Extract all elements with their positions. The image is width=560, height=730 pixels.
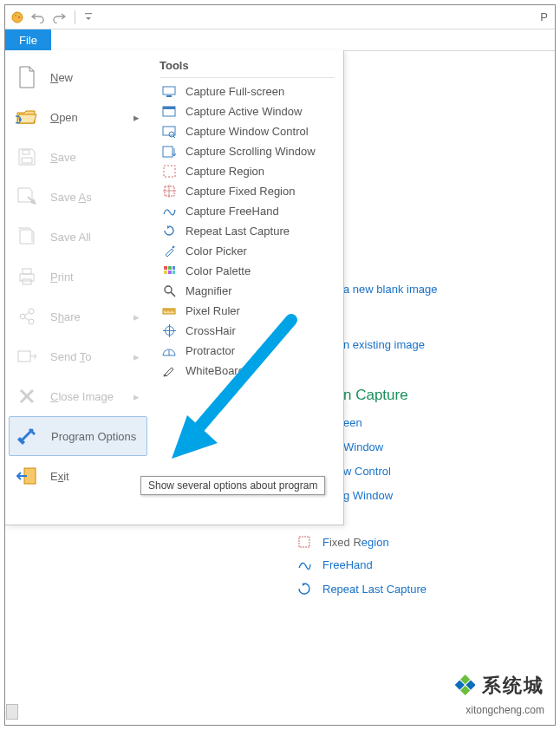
menu-item-save-all-label: Save All	[50, 231, 142, 244]
magnifier-icon	[161, 284, 177, 297]
tool-label: Capture Full-screen	[186, 85, 284, 98]
region-icon	[161, 165, 177, 178]
open-folder-icon	[16, 108, 38, 127]
menu-item-new[interactable]: New	[5, 57, 151, 97]
file-backstage-menu: New Open ▸ Save Save As	[5, 50, 344, 525]
window-icon	[161, 106, 177, 117]
tool-label: Magnifier	[186, 284, 231, 297]
menu-item-print: Print	[5, 257, 151, 297]
qat-customize-dropdown-icon[interactable]	[84, 11, 93, 23]
svg-rect-3	[85, 13, 92, 14]
scrolling-window-icon	[161, 146, 177, 158]
program-options-tooltip: Show several options about program	[140, 476, 325, 495]
svg-point-1	[15, 15, 16, 16]
menu-item-exit[interactable]: Exit	[5, 456, 151, 496]
tool-capture-freehand[interactable]: Capture FreeHand	[160, 201, 335, 221]
start-capture-fullscreen-fragment[interactable]: een	[343, 416, 362, 429]
brand-url: xitongcheng.com	[446, 704, 544, 716]
submenu-chevron-icon: ▸	[133, 390, 142, 403]
svg-rect-8	[23, 269, 31, 274]
print-icon	[16, 267, 38, 286]
svg-rect-26	[173, 266, 175, 270]
svg-rect-29	[173, 270, 175, 274]
palette-icon	[161, 265, 177, 277]
tool-label: Pixel Ruler	[186, 304, 240, 317]
protractor-icon	[161, 346, 177, 356]
tool-color-picker[interactable]: Color Picker	[160, 241, 335, 261]
submenu-chevron-icon: ▸	[133, 310, 142, 323]
tool-label: Capture FreeHand	[186, 205, 279, 218]
menu-item-send-to-label: Send To	[50, 350, 121, 363]
tool-crosshair[interactable]: CrossHair	[160, 321, 335, 341]
brand-logo-icon	[446, 675, 475, 704]
svg-rect-13	[18, 351, 30, 362]
tool-capture-active-window[interactable]: Capture Active Window	[160, 101, 335, 121]
svg-rect-7	[20, 274, 34, 281]
menu-item-exit-label: Exit	[50, 470, 142, 483]
tool-capture-region[interactable]: Capture Region	[160, 161, 335, 181]
svg-point-0	[12, 12, 23, 23]
menu-item-program-options-label: Program Options	[51, 430, 138, 443]
menu-item-save-label: Save	[50, 151, 142, 164]
redo-icon[interactable]	[52, 11, 66, 23]
tool-protractor[interactable]: Protractor	[160, 341, 335, 361]
brand-name: 系统城	[482, 675, 544, 696]
freehand-icon	[296, 559, 312, 571]
qat-separator	[75, 10, 75, 24]
ruler-icon	[161, 306, 177, 316]
menu-item-close-image: Close Image ▸	[5, 376, 151, 416]
start-capture-freehand-label: FreeHand	[322, 558, 373, 571]
start-repeat-last-capture[interactable]: Repeat Last Capture	[296, 582, 427, 596]
tool-capture-fixed-region[interactable]: Capture Fixed Region	[160, 181, 335, 201]
file-tab[interactable]: File	[5, 29, 51, 50]
svg-rect-9	[23, 279, 31, 284]
crosshair-icon	[161, 324, 177, 337]
svg-rect-23	[165, 186, 174, 196]
fixed-region-icon	[161, 185, 177, 198]
start-capture-scrolling-window-fragment[interactable]: g Window	[343, 489, 393, 502]
svg-point-11	[29, 309, 34, 314]
menu-item-send-to: Send To ▸	[5, 336, 151, 376]
tool-capture-full-screen[interactable]: Capture Full-screen	[160, 81, 335, 101]
menu-item-save-all: Save All	[5, 217, 151, 257]
svg-rect-22	[164, 166, 175, 177]
tool-label: Capture Region	[186, 165, 264, 178]
program-options-icon	[16, 425, 39, 447]
start-existing-image-fragment[interactable]: n existing image	[343, 338, 425, 351]
tool-color-palette[interactable]: Color Palette	[160, 261, 335, 281]
menu-item-program-options[interactable]: Program Options	[9, 416, 147, 456]
freehand-icon	[161, 205, 177, 217]
save-as-icon	[16, 186, 38, 207]
undo-icon[interactable]	[31, 11, 45, 23]
start-new-image-fragment[interactable]: a new blank image	[343, 283, 437, 296]
save-all-icon	[16, 226, 38, 247]
menu-item-open-label: Open	[50, 111, 121, 124]
tool-repeat-last-capture[interactable]: Repeat Last Capture	[160, 221, 335, 241]
start-capture-window-control-fragment[interactable]: w Control	[343, 465, 391, 478]
start-capture-fixed-region-label: egion	[361, 536, 389, 549]
tool-capture-window-control[interactable]: Capture Window Control	[160, 121, 335, 141]
svg-point-2	[18, 16, 20, 18]
menu-item-open[interactable]: Open ▸	[5, 97, 151, 137]
start-capture-active-window-fragment[interactable]: Window	[343, 440, 383, 453]
tool-pixel-ruler[interactable]: Pixel Ruler	[160, 301, 335, 321]
svg-point-12	[29, 319, 34, 324]
scroll-stub	[6, 704, 18, 720]
title-bar: P	[5, 5, 555, 29]
tool-whiteboard[interactable]: WhiteBoard	[160, 361, 335, 381]
svg-rect-27	[164, 270, 167, 274]
repeat-icon	[296, 582, 312, 596]
file-menu-tools-panel: Tools Capture Full-screen Capture Active…	[151, 50, 343, 525]
eyedropper-icon	[161, 244, 177, 257]
tool-label: Color Palette	[186, 264, 251, 277]
tool-label: Capture Fixed Region	[186, 185, 295, 198]
monitor-icon	[161, 86, 177, 98]
tool-capture-scrolling-window[interactable]: Capture Scrolling Window	[160, 141, 335, 161]
watermark-brand: 系统城 xitongcheng.com	[446, 673, 544, 716]
start-capture-fixed-region[interactable]: Fixed Region	[296, 535, 389, 549]
tool-magnifier[interactable]: Magnifier	[160, 281, 335, 301]
tool-label: CrossHair	[186, 324, 236, 337]
start-capture-freehand[interactable]: FreeHand	[296, 558, 373, 571]
svg-rect-5	[23, 150, 29, 154]
tool-label: Color Picker	[186, 244, 247, 257]
